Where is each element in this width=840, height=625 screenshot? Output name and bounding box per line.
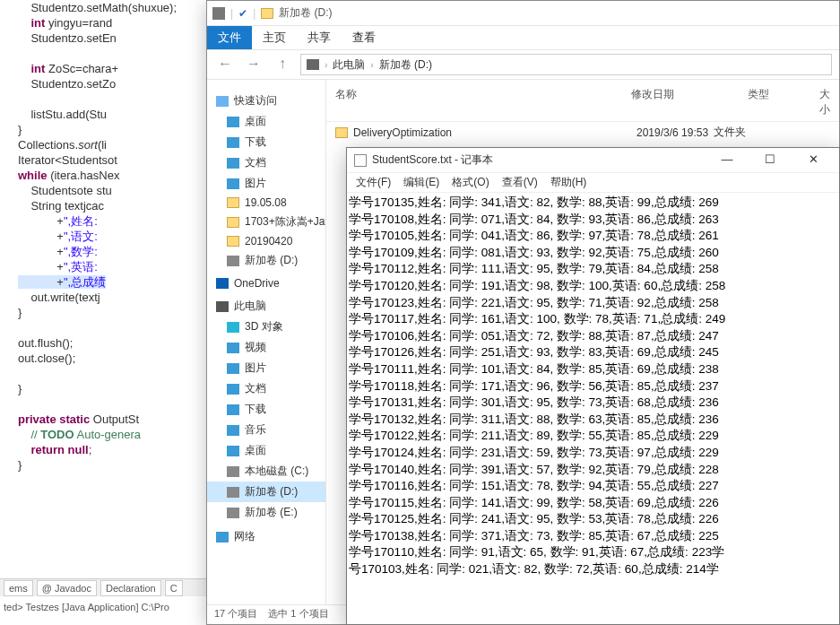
nav-folder1[interactable]: 19.05.08 [207, 194, 325, 212]
notepad-content[interactable]: 学号170135,姓名: 同学: 341,语文: 82, 数学: 88,英语: … [347, 193, 839, 624]
col-name[interactable]: 名称 [335, 87, 631, 117]
text-line: 学号170131,姓名: 同学: 301,语文: 95, 数学: 73,英语: … [349, 395, 837, 412]
nav-drive-d[interactable]: 新加卷 (D:) [207, 250, 325, 271]
tab-declaration[interactable]: Declaration [100, 580, 161, 596]
text-line: 学号170105,姓名: 同学: 041,语文: 86, 数学: 97,英语: … [349, 228, 837, 245]
text-line: 学号170111,姓名: 同学: 101,语文: 84, 数学: 85,英语: … [349, 361, 837, 378]
folder-icon [261, 8, 273, 19]
ribbon-file[interactable]: 文件 [207, 26, 252, 49]
text-line: 学号170115,姓名: 同学: 141,语文: 99, 数学: 58,英语: … [349, 495, 837, 512]
status-selected: 选中 1 个项目 [268, 607, 328, 622]
tab-problems[interactable]: ems [4, 580, 33, 596]
document-icon [354, 154, 367, 167]
status-count: 17 个项目 [214, 607, 257, 622]
crumb-pc[interactable]: 此电脑 [333, 57, 365, 73]
tab-javadoc[interactable]: @ Javadoc [37, 580, 97, 596]
nav-network[interactable]: 网络 [207, 526, 325, 547]
col-size[interactable]: 大小 [819, 87, 830, 117]
minimize-button[interactable]: — [708, 149, 746, 172]
notepad-menu: 文件(F) 编辑(E) 格式(O) 查看(V) 帮助(H) [347, 173, 839, 193]
text-line: 学号170138,姓名: 同学: 371,语文: 73, 数学: 85,英语: … [349, 528, 837, 545]
nav-desktop[interactable]: 桌面 [207, 111, 325, 132]
file-date: 2019/3/6 19:53 [636, 126, 708, 139]
explorer-address-bar: ← → ↑ › 此电脑 › 新加卷 (D:) [207, 49, 839, 80]
crumb-drive[interactable]: 新加卷 (D:) [379, 57, 432, 73]
text-line: 学号170125,姓名: 同学: 241,语文: 95, 数学: 53,英语: … [349, 511, 837, 528]
nav-folder2[interactable]: 1703+陈泳嵩+Java [207, 212, 325, 232]
nav-documents[interactable]: 文档 [207, 152, 325, 173]
nav-e[interactable]: 新加卷 (E:) [207, 502, 325, 523]
console-run-info: ted> Testzes [Java Application] C:\Pro [0, 602, 169, 612]
text-line: 学号170132,姓名: 同学: 311,语文: 88, 数学: 63,英语: … [349, 412, 837, 429]
menu-edit[interactable]: 编辑(E) [398, 173, 445, 192]
folder-icon [335, 127, 348, 138]
text-line: 学号170106,姓名: 同学: 051,语文: 72, 数学: 88,英语: … [349, 328, 837, 345]
pc-icon [307, 59, 319, 70]
file-row[interactable]: DeliveryOptimization 2019/3/6 19:53 文件夹 [326, 122, 839, 143]
ribbon-home[interactable]: 主页 [252, 26, 297, 49]
text-line: 学号170112,姓名: 同学: 111,语文: 95, 数学: 79,英语: … [349, 261, 837, 278]
nav-video[interactable]: 视频 [207, 337, 325, 358]
nav-desktop2[interactable]: 桌面 [207, 440, 325, 461]
drive-icon [212, 7, 225, 20]
ribbon-view[interactable]: 查看 [342, 26, 386, 49]
text-line: 学号170120,姓名: 同学: 191,语文: 98, 数学: 100,英语:… [349, 278, 837, 295]
notepad-title-text: StudentScore.txt - 记事本 [372, 152, 493, 168]
text-line: 学号170135,姓名: 同学: 341,语文: 82, 数学: 88,英语: … [349, 195, 837, 212]
text-line: 学号170109,姓名: 同学: 081,语文: 93, 数学: 92,英语: … [349, 245, 837, 262]
nav-forward[interactable]: → [243, 54, 264, 75]
nav-back[interactable]: ← [214, 54, 236, 75]
file-type: 文件夹 [714, 125, 746, 140]
text-line: 学号170117,姓名: 同学: 161,语文: 100, 数学: 78,英语:… [349, 311, 837, 328]
nav-downloads[interactable]: 下载 [207, 132, 325, 152]
file-name: DeliveryOptimization [353, 126, 631, 139]
nav-c[interactable]: 本地磁盘 (C:) [207, 461, 325, 482]
nav-d2[interactable]: 新加卷 (D:) [207, 482, 325, 502]
nav-pictures[interactable]: 图片 [207, 173, 325, 194]
col-type[interactable]: 类型 [748, 87, 819, 117]
nav-downloads2[interactable]: 下载 [207, 399, 325, 420]
nav-onedrive[interactable]: OneDrive [207, 274, 325, 292]
nav-up[interactable]: ↑ [272, 54, 293, 75]
nav-pictures2[interactable]: 图片 [207, 358, 325, 378]
text-line: 学号170123,姓名: 同学: 221,语文: 95, 数学: 71,英语: … [349, 295, 837, 312]
menu-format[interactable]: 格式(O) [446, 173, 494, 192]
explorer-nav: 快速访问 桌面 下载 文档 图片 19.05.08 1703+陈泳嵩+Java … [207, 80, 326, 624]
col-date[interactable]: 修改日期 [631, 87, 748, 117]
menu-file[interactable]: 文件(F) [351, 173, 396, 192]
text-line: 号170103,姓名: 同学: 021,语文: 82, 数学: 72,英语: 6… [349, 561, 837, 578]
text-line: 学号170110,姓名: 同学: 91,语文: 65, 数学: 91,英语: 6… [349, 544, 837, 561]
tab-console[interactable]: C [165, 580, 183, 596]
nav-music[interactable]: 音乐 [207, 420, 325, 440]
nav-documents2[interactable]: 文档 [207, 378, 325, 399]
explorer-ribbon: 文件 主页 共享 查看 [207, 26, 839, 49]
notepad-window: StudentScore.txt - 记事本 — ☐ ✕ 文件(F) 编辑(E)… [346, 147, 840, 625]
text-line: 学号170126,姓名: 同学: 251,语文: 93, 数学: 83,英语: … [349, 344, 837, 361]
notepad-titlebar[interactable]: StudentScore.txt - 记事本 — ☐ ✕ [347, 148, 839, 173]
nav-folder3[interactable]: 20190420 [207, 232, 325, 250]
text-line: 学号170118,姓名: 同学: 171,语文: 96, 数学: 56,英语: … [349, 378, 837, 395]
explorer-title-text: 新加卷 (D:) [279, 5, 332, 21]
text-line: 学号170124,姓名: 同学: 231,语文: 59, 数学: 73,英语: … [349, 445, 837, 462]
save-icon[interactable]: ✔ [238, 7, 247, 20]
address-crumb[interactable]: › 此电脑 › 新加卷 (D:) [300, 54, 832, 75]
text-line: 学号170108,姓名: 同学: 071,语文: 84, 数学: 93,英语: … [349, 212, 837, 229]
text-line: 学号170140,姓名: 同学: 391,语文: 57, 数学: 92,英语: … [349, 462, 837, 479]
text-line: 学号170122,姓名: 同学: 211,语文: 89, 数学: 55,英语: … [349, 428, 837, 445]
ribbon-share[interactable]: 共享 [297, 26, 342, 49]
menu-view[interactable]: 查看(V) [497, 173, 543, 192]
maximize-button[interactable]: ☐ [751, 149, 789, 172]
nav-3d[interactable]: 3D 对象 [207, 317, 325, 337]
nav-quick[interactable]: 快速访问 [207, 91, 325, 111]
close-button[interactable]: ✕ [794, 149, 832, 172]
menu-help[interactable]: 帮助(H) [545, 173, 593, 192]
text-line: 学号170116,姓名: 同学: 151,语文: 78, 数学: 94,英语: … [349, 478, 837, 495]
nav-thispc[interactable]: 此电脑 [207, 296, 325, 317]
explorer-titlebar[interactable]: | ✔ | 新加卷 (D:) [207, 1, 839, 26]
